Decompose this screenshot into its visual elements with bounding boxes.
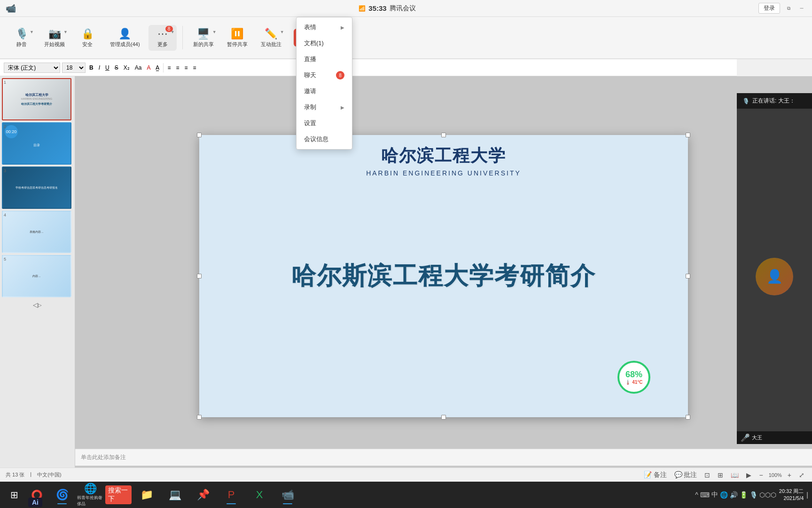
weather-temp: 🌡️ 41°C xyxy=(625,380,642,385)
tencent-bar-left: 📹 xyxy=(6,3,16,14)
notes-bar[interactable]: 单击此处添加备注 xyxy=(75,449,812,466)
slide-canvas[interactable]: 哈尔滨工程大学 HARBIN ENGINEERING UNIVERSITY 哈尔… xyxy=(199,135,688,417)
align-center-btn[interactable]: ≡ xyxy=(174,64,181,72)
speaker-panel: 🎙️ 正在讲话: 大王： 👤 🎤 大王 xyxy=(737,93,812,444)
video-label: 开始视频 xyxy=(44,41,65,48)
taskbar-meeting-app[interactable]: 📹 xyxy=(274,484,301,505)
taskbar-360-app[interactable]: 🌀 xyxy=(49,484,75,505)
taskbar-office-app[interactable]: 📌 xyxy=(190,484,216,505)
font-color-btn[interactable]: A xyxy=(145,64,152,72)
tray-volume-icon[interactable]: 🔊 xyxy=(730,491,738,499)
tray-chinese-icon[interactable]: 中 xyxy=(711,491,718,499)
pause-icon: ⏸️ xyxy=(231,28,243,40)
tray-keyboard-icon: ⌨ xyxy=(700,491,710,499)
normal-view-btn[interactable]: ⊡ xyxy=(703,470,712,480)
slide-main-title[interactable]: 哈尔斯滨工程大学考研简介 xyxy=(291,260,596,293)
tray-mic-icon[interactable]: 🎙️ xyxy=(750,491,757,499)
slide-panel[interactable]: 1 哈尔滨工程大学 HARBIN ENGINEERING 哈尔滨工程大学考研简介… xyxy=(0,76,75,476)
fit-slide-btn[interactable]: ⤢ xyxy=(797,470,806,480)
mute-button[interactable]: 🎙️ 静音 ▼ xyxy=(8,25,36,51)
taskbar-excel-app[interactable]: X xyxy=(246,484,273,505)
start-icon: ⊞ xyxy=(10,489,18,500)
pause-label: 暂停共享 xyxy=(227,41,248,48)
handle-top-center[interactable] xyxy=(441,133,446,137)
handle-middle-left[interactable] xyxy=(197,274,202,278)
highlight-btn[interactable]: A̲ xyxy=(154,64,161,72)
new-share-button[interactable]: 🖥️ 新的共享 ▼ xyxy=(188,25,219,51)
align-justify-btn[interactable]: ≡ xyxy=(191,64,198,72)
notes-status-btn[interactable]: 📝 备注 xyxy=(642,470,669,480)
comments-status-btn[interactable]: 💬 批注 xyxy=(672,470,699,480)
share-icon: 🖥️ xyxy=(197,28,210,40)
ai-button[interactable]: Ai xyxy=(28,498,42,507)
slide-thumb-5[interactable]: 5 内容... xyxy=(2,255,71,297)
restore-icon[interactable]: ⧉ xyxy=(784,4,793,13)
slide-sorter-btn[interactable]: ⊞ xyxy=(716,470,725,480)
show-desktop-btn[interactable]: | xyxy=(806,491,808,499)
emoji-arrow: ▶ xyxy=(341,25,344,30)
slide-thumb-4[interactable]: 4 表格内容... xyxy=(2,211,71,253)
handle-middle-right[interactable] xyxy=(686,274,690,278)
tray-network-icon[interactable]: 🌐 xyxy=(720,491,728,499)
handle-bottom-right[interactable] xyxy=(686,415,690,420)
font-style-btn[interactable]: Aa xyxy=(133,64,144,72)
align-right-btn[interactable]: ≡ xyxy=(182,64,189,72)
dropdown-item-doc[interactable]: 文档(1) xyxy=(297,35,352,51)
handle-top-left[interactable] xyxy=(197,133,202,137)
taskbar-browser-app[interactable]: 🌐 韩青年抢购奢侈品 xyxy=(77,484,103,505)
dropdown-item-chat[interactable]: 聊天 8 xyxy=(297,67,352,83)
video-button[interactable]: 📷 开始视频 ▼ xyxy=(39,25,70,51)
taskbar-folder-app[interactable]: 📁 xyxy=(133,484,160,505)
tray-arrow[interactable]: ^ xyxy=(695,491,698,499)
pause-share-button[interactable]: ⏸️ 暂停共享 xyxy=(222,25,252,51)
meeting-indicator xyxy=(283,503,292,504)
login-button[interactable]: 登录 xyxy=(758,3,780,14)
dropdown-item-settings[interactable]: 设置 xyxy=(297,115,352,131)
zoom-in-btn[interactable]: + xyxy=(786,470,793,480)
taskbar-search-app[interactable]: 搜索一下 xyxy=(105,484,132,505)
slide-panel-expand[interactable]: ◁ ▷ xyxy=(2,299,73,310)
taskbar-clock[interactable]: 20:32 周二 2021/5/4 xyxy=(779,488,804,502)
share-arrow: ▼ xyxy=(212,30,217,34)
start-button[interactable]: ⊞ xyxy=(4,484,24,505)
more-button[interactable]: 8 ⋯ 更多 ▼ xyxy=(148,25,177,51)
dropdown-item-invite[interactable]: 邀请 xyxy=(297,83,352,99)
folder-app-icon: 📁 xyxy=(141,489,153,501)
dropdown-item-emoji[interactable]: 表情 ▶ xyxy=(297,19,352,35)
slide-1-en: HARBIN ENGINEERING xyxy=(21,97,52,100)
align-left-btn[interactable]: ≡ xyxy=(165,64,172,72)
font-size-select[interactable]: 18 xyxy=(62,63,86,73)
members-button[interactable]: 👤 管理成员(44) xyxy=(105,25,145,51)
dropdown-item-record[interactable]: 录制 ▶ xyxy=(297,99,352,115)
font-select[interactable]: 宋体 (正文) xyxy=(4,63,60,73)
security-button[interactable]: 🔒 安全 xyxy=(73,25,102,51)
strikethrough-button[interactable]: S xyxy=(113,64,120,72)
taskbar-pc-app[interactable]: 💻 xyxy=(162,484,188,505)
underline-button[interactable]: U xyxy=(103,64,111,72)
annotate-button[interactable]: ✏️ 互动批注 ▼ xyxy=(256,25,286,51)
dropdown-item-live[interactable]: 直播 xyxy=(297,51,352,67)
slide-thumb-3[interactable]: 3 学校考研信息双考研信息考研报名 xyxy=(2,167,71,209)
bold-button[interactable]: B xyxy=(87,64,95,72)
reading-view-btn[interactable]: 📖 xyxy=(729,470,741,480)
taskbar-ppt-app[interactable]: P xyxy=(218,484,244,505)
slide-thumb-1[interactable]: 1 哈尔滨工程大学 HARBIN ENGINEERING 哈尔滨工程大学考研简介 xyxy=(2,78,71,120)
status-right: 📝 备注 💬 批注 ⊡ ⊞ 📖 ▶ − 100% + ⤢ xyxy=(642,470,806,480)
subscript-button[interactable]: X₂ xyxy=(122,64,132,72)
zoom-out-btn[interactable]: − xyxy=(757,470,765,480)
slideshow-btn[interactable]: ▶ xyxy=(744,470,753,480)
italic-button[interactable]: I xyxy=(97,64,102,72)
minimize-button[interactable]: ─ xyxy=(797,4,806,13)
slide-number-5: 5 xyxy=(4,257,6,262)
language-status: 中文(中国) xyxy=(37,471,61,478)
handle-bottom-left[interactable] xyxy=(197,415,202,420)
dropdown-item-meeting-info[interactable]: 会议信息 xyxy=(297,131,352,147)
taskbar-right: ^ ⌨ 中 🌐 🔊 🔋 🎙️ ⬡⬡⬡ 20:32 周二 2021/5/4 | xyxy=(695,488,808,502)
speaker-name-bar: 🎤 大王 xyxy=(737,431,812,444)
slide-thumb-2[interactable]: 2 00:20 目录 xyxy=(2,122,71,165)
handle-top-right[interactable] xyxy=(686,133,690,137)
handle-bottom-center[interactable] xyxy=(441,415,446,420)
thermometer-icon: 🌡️ xyxy=(625,380,631,385)
tray-extra-icons[interactable]: ⬡⬡⬡ xyxy=(759,491,776,499)
members-label: 管理成员(44) xyxy=(110,41,140,48)
